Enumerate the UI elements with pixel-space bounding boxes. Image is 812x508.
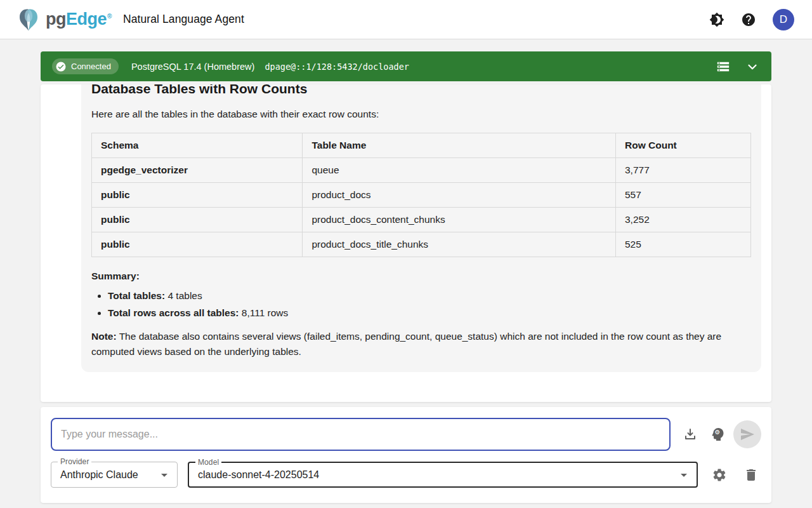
table-row: publicproduct_docs557 [92,183,751,208]
model-select[interactable]: Model claude-sonnet-4-20250514 [188,462,698,488]
summary-bullet: Total rows across all tables: 8,111 rows [108,307,751,319]
message-intro: Here are all the tables in the database … [91,109,751,120]
dropdown-arrow-icon [157,467,172,483]
schema-cell: pgedge_vectorizer [92,158,303,183]
column-header: Row Count [615,133,750,158]
help-icon[interactable] [741,12,756,27]
pgedge-logo-icon [15,6,42,33]
table-row: publicproduct_docs_content_chunks3,252 [92,208,751,232]
row-count-cell: 557 [615,183,750,208]
assistant-message: Database Tables with Row Counts Here are… [81,84,761,372]
table-name-cell: product_docs [303,183,616,208]
schema-cell: public [92,183,303,208]
table-header-row: SchemaTable NameRow Count [92,133,751,158]
column-header: Table Name [303,133,616,158]
schema-cell: public [92,208,303,232]
chat-panel[interactable]: Database Tables with Row Counts Here are… [41,84,771,402]
chevron-down-icon[interactable] [745,59,760,74]
note-paragraph: Note: The database also contains several… [91,329,751,359]
connection-string: dpage@::1/128:5432/docloader [265,62,409,72]
model-select-value: claude-sonnet-4-20250514 [198,469,676,481]
page-title: Natural Language Agent [123,13,244,26]
row-count-cell: 3,777 [615,158,750,183]
message-heading: Database Tables with Row Counts [91,84,751,97]
avatar[interactable]: D [773,9,794,30]
provider-select[interactable]: Provider Anthropic Claude [51,462,178,488]
check-circle-icon [55,61,67,72]
row-count-cell: 3,252 [615,208,750,232]
connection-bar: Connected PostgreSQL 17.4 (Homebrew) dpa… [41,51,771,81]
table-row: publicproduct_docs_title_chunks525 [92,232,751,257]
brand-text: pgEdge® [46,10,112,29]
summary-bullet: Total tables: 4 tables [108,290,751,302]
status-badge: Connected [52,58,119,74]
schema-cell: public [92,232,303,257]
table-row: pgedge_vectorizerqueue3,777 [92,158,751,183]
row-count-cell: 525 [615,232,750,257]
provider-select-label: Provider [58,457,91,466]
brand-registered-mark: ® [107,13,112,20]
note-label: Note: [91,331,117,342]
send-icon [740,427,755,442]
composer-panel: ⚙ Provider Anthropic Claude Model claude… [41,407,771,503]
server-version-label: PostgreSQL 17.4 (Homebrew) [131,62,255,72]
column-header: Schema [92,133,303,158]
brand-pg: pg [46,10,66,29]
provider-select-value: Anthropic Claude [60,469,157,481]
model-select-label: Model [195,458,221,467]
settings-gear-icon[interactable] [712,467,727,483]
download-icon[interactable] [683,427,698,442]
note-text: The database also contains several views… [91,331,721,357]
trash-icon[interactable] [743,467,759,483]
storage-icon[interactable] [716,59,731,74]
app-header: pgEdge® Natural Language Agent D [0,0,812,39]
table-name-cell: product_docs_content_chunks [303,208,616,232]
table-name-cell: queue [303,158,616,183]
dropdown-arrow-icon [676,467,691,483]
table-name-cell: product_docs_title_chunks [303,232,616,257]
pgedge-logo: pgEdge® [15,6,112,33]
brand-edge: Edge [66,10,107,29]
summary-label: Summary: [91,271,751,282]
dark-mode-toggle-icon[interactable] [709,12,724,27]
db-tables-table: SchemaTable NameRow Count pgedge_vectori… [91,133,751,257]
summary-list: Total tables: 4 tablesTotal rows across … [108,290,751,319]
status-badge-label: Connected [71,62,111,71]
psychology-icon[interactable]: ⚙ [710,427,725,442]
psychology-gear-glyph: ⚙ [714,429,720,436]
send-button[interactable] [733,420,761,448]
message-input[interactable] [51,418,671,451]
